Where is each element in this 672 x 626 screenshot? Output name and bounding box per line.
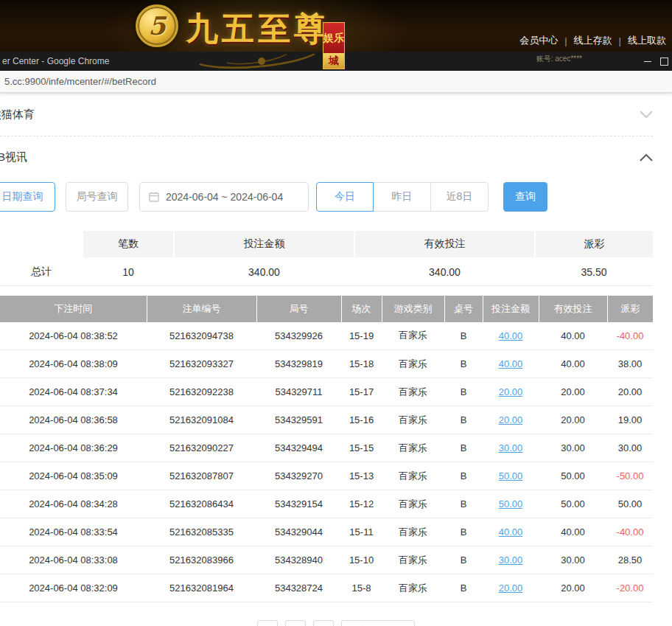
table-cell: 534328940 [256,546,341,574]
table-cell: -20.00 [607,574,653,602]
bet-amount-link[interactable]: 20.00 [499,386,523,397]
table-cell: 百家乐 [382,490,444,518]
pagination-page-button[interactable]: 1 [285,620,306,626]
nav-deposit-link[interactable]: 线上存款 [574,34,612,47]
quick-range-group: 今日 昨日 近8日 [316,182,489,212]
page-size-select[interactable]: 10条/页 [341,620,415,626]
summary-payout-value: 35.50 [535,258,653,285]
brand-badge: 娱乐 城 [323,22,345,69]
browser-url-bar[interactable]: 5.cc:9900/infe/mcenter/#/betRecord [0,71,672,93]
nav-member-center-link[interactable]: 会员中心 [519,34,558,47]
col-game-type: 游戏类别 [382,296,444,322]
bet-amount-link[interactable]: 50.00 [499,498,523,510]
pagination-next-button[interactable]: › [313,620,334,626]
table-cell: 30.00 [539,546,607,574]
table-cell: B [444,462,483,490]
table-cell: B [444,546,483,574]
table-cell: 2024-06-04 08:34:28 [0,490,147,518]
table-cell: 百家乐 [382,574,444,602]
brand-badge-bottom: 城 [323,53,345,69]
table-cell: -40.00 [607,322,653,350]
round-query-button[interactable]: 局号查询 [66,182,128,212]
chevron-up-icon[interactable] [640,153,653,161]
summary-header-row: 笔数 投注金额 有效投注 派彩 [0,231,653,258]
summary-count-value: 10 [83,258,174,285]
table-row: 2024-06-04 08:32:09521632081964534328724… [0,574,653,602]
summary-bet-amount-value: 340.00 [174,258,354,285]
bet-amount-link[interactable]: 30.00 [499,554,523,566]
table-cell: 534329044 [256,518,341,546]
nav-withdraw-link[interactable]: 线上取款 [628,34,666,47]
table-row: 2024-06-04 08:36:29521632090227534329494… [0,434,653,462]
search-button[interactable]: 查询 [503,182,547,212]
table-row: 2024-06-04 08:34:28521632086434534329154… [0,490,653,518]
table-cell: 40.00 [483,350,539,378]
bet-amount-link[interactable]: 30.00 [499,442,523,453]
pagination-prev-button[interactable]: ‹ [257,620,278,626]
table-cell: 534329711 [256,378,341,406]
table-cell: 2024-06-04 08:36:29 [0,434,147,462]
bet-amount-link[interactable]: 20.00 [499,582,523,594]
table-cell: 534329591 [256,406,341,434]
date-query-button[interactable]: 日期查询 [0,182,55,212]
table-cell: 百家乐 [382,378,444,406]
today-button[interactable]: 今日 [316,182,374,212]
summary-table: 笔数 投注金额 有效投注 派彩 总计 10 340.00 340.00 35.5… [0,231,653,286]
table-cell: 20.00 [483,406,539,434]
account-text: 账号: acec**** [536,54,582,64]
chevron-down-icon[interactable] [640,111,653,119]
date-range-picker[interactable]: 2024-06-04 ~ 2024-06-04 [139,182,309,212]
table-cell: 15-15 [341,434,382,462]
records-header-row: 下注时间 注单编号 局号 场次 游戏类别 桌号 投注金额 有效投注 派彩 [0,296,653,322]
table-cell: 40.00 [539,518,607,546]
bet-amount-link[interactable]: 50.00 [499,470,523,481]
logo-coin-icon: 5 [136,4,178,47]
header-nav: 会员中心 | 线上存款 | 线上取款 [519,34,666,47]
table-row: 2024-06-04 08:38:09521632093327534329819… [0,350,653,378]
window-maximize-icon[interactable] [656,52,672,71]
table-cell: 2024-06-04 08:38:09 [0,350,147,378]
table-cell: 20.00 [539,574,607,602]
table-cell: 20.00 [607,378,653,406]
summary-header-blank [0,231,83,258]
table-cell: 30.00 [539,434,607,462]
table-cell: 20.00 [539,406,607,434]
table-cell: B [444,518,483,546]
section-bb-video[interactable]: BB视讯 [0,136,672,178]
table-cell: 521632094738 [147,322,256,350]
table-cell: 521632087807 [147,462,256,490]
table-cell: 50.00 [483,490,539,518]
site-header: 5 九五至尊 娱乐 城 会员中心 | 线上存款 | 线上取款 账号: acec*… [0,0,672,71]
table-cell: 50.00 [607,490,653,518]
table-cell: 2024-06-04 08:35:09 [0,462,147,490]
yesterday-button[interactable]: 昨日 [373,182,431,212]
table-cell: 521632085335 [147,518,256,546]
table-row: 2024-06-04 08:36:58521632091084534329591… [0,406,653,434]
bet-amount-link[interactable]: 40.00 [499,330,523,341]
bet-amount-link[interactable]: 20.00 [499,414,523,425]
bet-amount-link[interactable]: 40.00 [499,358,523,369]
table-cell: 15-12 [341,490,382,518]
table-cell: 19.00 [607,406,653,434]
summary-valid-bet-value: 340.00 [354,258,535,285]
table-cell: 15-10 [341,546,382,574]
table-row: 2024-06-04 08:33:08521632083966534328940… [0,546,653,574]
table-cell: 2024-06-04 08:36:58 [0,406,147,434]
member-center-content: 熊猫体育 BB视讯 日期查询 局号查询 20 [0,93,672,626]
table-cell: 2024-06-04 08:38:52 [0,322,147,350]
summary-header-count: 笔数 [83,231,174,258]
last-8-days-button[interactable]: 近8日 [430,182,489,212]
window-controls [640,52,672,71]
section-panda-sports[interactable]: 熊猫体育 [0,93,672,136]
bet-amount-link[interactable]: 40.00 [499,526,523,538]
table-cell: 40.00 [483,518,539,546]
col-round-number: 局号 [256,296,341,322]
logo-dot-decoration [258,58,265,65]
date-range-value: 2024-06-04 ~ 2024-06-04 [166,191,283,203]
col-session: 场次 [341,296,382,322]
window-minimize-icon[interactable] [640,52,656,71]
screen: 5 九五至尊 娱乐 城 会员中心 | 线上存款 | 线上取款 账号: acec*… [0,0,672,626]
table-cell: 30.00 [483,434,539,462]
table-cell: 2024-06-04 08:37:34 [0,378,147,406]
table-cell: 534329819 [256,350,341,378]
